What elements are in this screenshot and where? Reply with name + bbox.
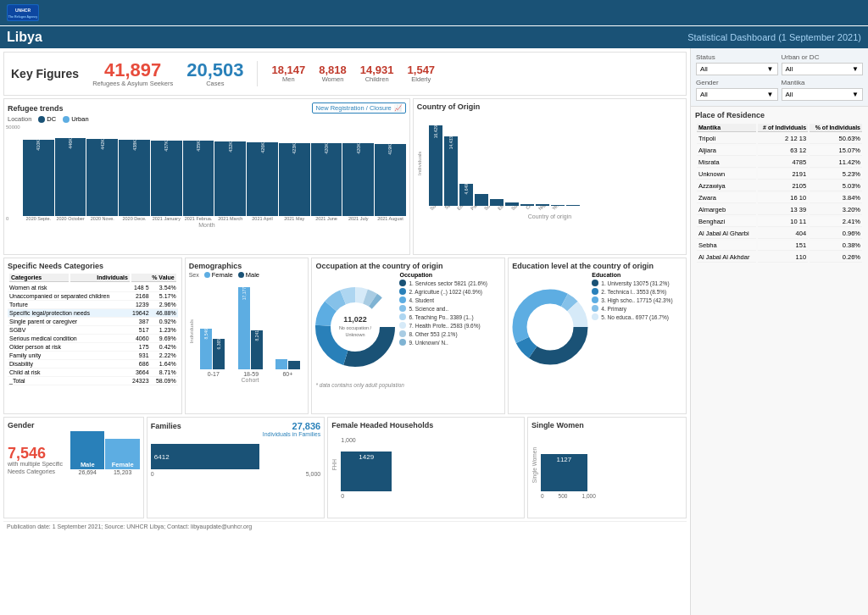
- country-label: Yemen: [551, 206, 565, 211]
- country-label: South Sudan: [510, 206, 524, 211]
- country-axis-label: Country of origin: [417, 213, 682, 219]
- occupation-section: Occupation at the country of origin: [311, 258, 505, 414]
- month-axis-label: Month: [8, 222, 406, 228]
- residence-row: Al Jabal Al Gharbi4040.96%: [697, 229, 862, 239]
- refugee-trend-label: 2021 June: [311, 216, 342, 221]
- families-axis-5000: 5,000: [306, 471, 321, 477]
- men-label: Men: [282, 75, 295, 83]
- status-filter-label: Status: [696, 53, 778, 61]
- needs-row: _Total2432358.09%: [8, 377, 178, 385]
- country-bar: 4,649: [459, 184, 473, 206]
- occ-legend-item: 5. Science and..: [399, 305, 501, 312]
- edu-legend-item: 3. High scho.. 17715 (42.3%): [592, 296, 672, 303]
- female-legend: Female: [204, 271, 233, 279]
- sw-axis-500: 500: [559, 493, 568, 499]
- status-filter[interactable]: All ▼: [696, 63, 778, 75]
- gender-filter-label: Gender: [696, 79, 778, 86]
- demo-female-bar: 8,546: [200, 329, 212, 369]
- fhh-section: Female Headed Households FHH 1,000 1429: [327, 417, 525, 518]
- sw-axis-1000: 1,000: [582, 493, 596, 499]
- mantika-filter-label: Mantika: [782, 79, 864, 86]
- country-bar: 14,433: [444, 136, 458, 206]
- male-count: 26,694: [79, 469, 97, 475]
- urban-dc-chevron-icon: ▼: [852, 65, 859, 73]
- refugee-trend-label: 2021 January: [151, 216, 182, 221]
- country-origin-section: Country of Origin Individuals 16,42914,4…: [413, 98, 687, 255]
- refugee-trend-label: 2020 Septe.: [23, 216, 54, 221]
- refugee-trend-label: 2020 Nove.: [86, 216, 118, 221]
- fhh-bar: 1429: [341, 452, 392, 491]
- country-label: Chad: [524, 206, 537, 211]
- svg-point-20: [529, 306, 571, 348]
- occ-legend-item: 9. Unknown/ N..: [399, 339, 501, 346]
- single-women-y-label: Single Women: [531, 447, 537, 483]
- urban-dc-value: All: [786, 65, 793, 73]
- female-count: 15,203: [114, 469, 131, 475]
- gender-filter[interactable]: All ▼: [696, 88, 778, 101]
- families-section: Families 27,836 Individuals in Families …: [147, 417, 325, 518]
- refugee-trend-label: 2020 Dece.: [119, 216, 150, 221]
- multiple-sn-label: with multiple Specific Needs Categories: [8, 461, 67, 475]
- mantika-value: All: [786, 91, 793, 98]
- refugee-trend-bar: 410K: [23, 140, 54, 216]
- elderly-label: Elderly: [411, 75, 431, 83]
- urban-dc-filter[interactable]: All ▼: [782, 63, 864, 75]
- cases-number: 20,503: [186, 61, 243, 80]
- refugee-trend-bar: 435K: [183, 141, 214, 216]
- country-label: Syria: [442, 206, 456, 211]
- new-reg-label: New Registration / Closure: [316, 104, 392, 112]
- occupation-note: * data contains only adult population: [315, 382, 501, 388]
- families-bar-value: 6412: [154, 453, 170, 461]
- male-bar-label: Male: [70, 460, 104, 469]
- footer-text: Publication date: 1 September 2021; Sour…: [7, 524, 252, 529]
- refugee-trend-bar: 420K: [342, 143, 374, 216]
- residence-row: Unknown21915.23%: [697, 169, 862, 180]
- single-women-section: Single Women Single Women 1127 0 50: [527, 417, 687, 518]
- residence-row: Al Jabal Al Akhdar1100.26%: [697, 252, 862, 263]
- residence-col3: % of Individuals: [810, 124, 862, 132]
- fhh-axis-0: 0: [341, 493, 520, 499]
- gender-value: All: [700, 91, 708, 98]
- refugee-trend-label: 2021 May: [279, 216, 310, 221]
- refugee-trend-bar: 419K: [375, 144, 406, 216]
- svg-text:Unknown: Unknown: [346, 332, 365, 337]
- new-registration-button[interactable]: New Registration / Closure 📈: [312, 102, 406, 114]
- refugee-trend-bar: 426K: [247, 142, 278, 216]
- dc-legend: DC: [38, 115, 56, 123]
- needs-row: Specific legal/protection needs1964246.8…: [8, 309, 178, 318]
- needs-row: Unaccompanied or separated children21685…: [8, 292, 178, 301]
- occ-legend-item: 2. Agricultue (..) 1022 (40.9%): [399, 288, 501, 295]
- refugee-trend-label: 2021 August: [375, 216, 406, 221]
- edu-legend-item: 2. Technica l.. 3553 (8.5%): [592, 288, 672, 295]
- status-value: All: [700, 65, 708, 73]
- single-women-bar: 1127: [541, 454, 587, 491]
- demo-cohort-group: 8,5466,365: [196, 285, 230, 369]
- total-individuals: 41,897: [104, 61, 161, 80]
- refugee-trend-bar: 423K: [279, 143, 310, 216]
- refugee-trend-bar: 446K: [55, 138, 86, 216]
- refugee-trend-label: 2020 October: [55, 216, 86, 221]
- occ-legend-item: 6. Teaching Po.. 3389 (1..): [399, 313, 501, 320]
- country-label: Nigeria: [537, 206, 551, 211]
- dashboard-subtitle: Statistical Dashboard (1 September 2021): [687, 32, 861, 42]
- svg-text:UNHCR: UNHCR: [15, 8, 31, 13]
- families-title: Families: [151, 422, 181, 430]
- key-figures-title: Key Figures: [11, 67, 79, 80]
- country-bar: 16,429: [429, 125, 442, 206]
- women-label: Women: [322, 75, 344, 83]
- mantika-filter[interactable]: All ▼: [782, 88, 864, 101]
- unhcr-logo-text: UNHCRThe Refugee Agency: [8, 5, 38, 21]
- children-number: 14,931: [360, 64, 394, 75]
- single-women-bar-value: 1127: [556, 456, 571, 463]
- mantika-chevron-icon: ▼: [852, 91, 859, 98]
- fhh-bar-value: 1429: [359, 453, 374, 461]
- education-donut-chart: [512, 280, 588, 374]
- fhh-axis-1000: 1,000: [341, 437, 356, 443]
- demo-cohort-group: 17,1778,241: [233, 285, 267, 369]
- needs-row: Family unity9312.22%: [8, 352, 178, 360]
- demographics-title: Demographics: [189, 262, 305, 270]
- occ-legend-item: 8. Other 553 (2.1%): [399, 330, 501, 337]
- country-origin-title: Country of Origin: [417, 102, 682, 111]
- refugee-trends-title: Refugee trends: [8, 104, 64, 113]
- residence-row: Sebha1510.38%: [697, 241, 862, 251]
